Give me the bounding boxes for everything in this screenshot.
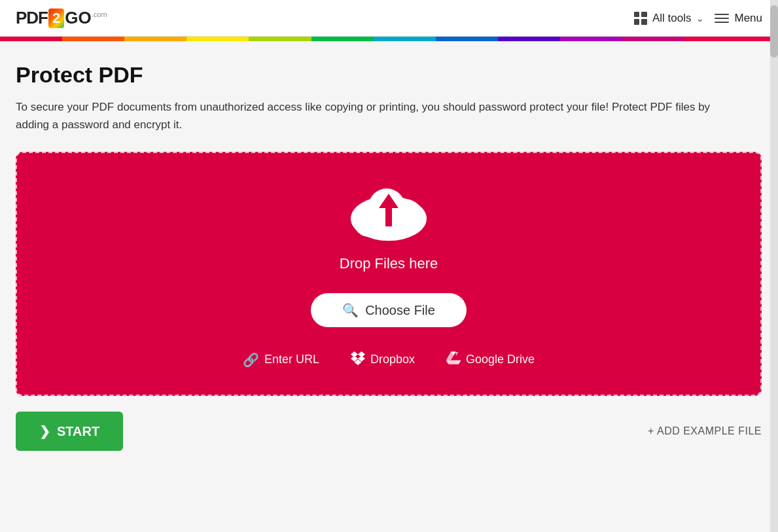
logo-pdf-text: PDF xyxy=(16,8,48,28)
search-icon: 🔍 xyxy=(342,302,359,318)
add-example-file-button[interactable]: + ADD EXAMPLE FILE xyxy=(648,425,762,437)
url-icon: 🔗 xyxy=(243,352,259,368)
hamburger-icon xyxy=(715,14,729,23)
dropbox-icon xyxy=(351,351,365,368)
start-label: START xyxy=(57,424,99,439)
choose-file-button[interactable]: 🔍 Choose File xyxy=(311,293,467,327)
nav-right: All tools ⌄ Menu xyxy=(634,12,762,25)
drop-files-text: Drop Files here xyxy=(340,255,438,272)
header: PDF 2 GO .com All tools ⌄ Menu xyxy=(0,0,778,37)
dropbox-label: Dropbox xyxy=(370,353,415,366)
grid-icon xyxy=(634,12,647,25)
add-example-label: + ADD EXAMPLE FILE xyxy=(648,425,762,437)
dropbox-button[interactable]: Dropbox xyxy=(351,351,415,368)
chevron-down-icon: ⌄ xyxy=(696,13,704,24)
cloud-upload-icon xyxy=(346,179,431,245)
google-drive-label: Google Drive xyxy=(466,353,535,366)
page-title: Protect PDF xyxy=(16,62,762,88)
page-description: To secure your PDF documents from unauth… xyxy=(16,98,735,133)
scrollbar-thumb[interactable] xyxy=(770,5,778,58)
start-button[interactable]: ❯ START xyxy=(16,412,123,451)
bottom-bar: ❯ START + ADD EXAMPLE FILE xyxy=(16,412,762,451)
google-drive-icon xyxy=(446,351,461,368)
logo: PDF 2 GO .com xyxy=(16,8,107,28)
upload-box[interactable]: Drop Files here 🔍 Choose File 🔗 Enter UR… xyxy=(16,152,762,396)
menu-button[interactable]: Menu xyxy=(715,12,762,25)
choose-file-label: Choose File xyxy=(365,303,435,318)
enter-url-button[interactable]: 🔗 Enter URL xyxy=(243,352,319,368)
google-drive-button[interactable]: Google Drive xyxy=(446,351,535,368)
all-tools-button[interactable]: All tools ⌄ xyxy=(634,12,705,25)
enter-url-label: Enter URL xyxy=(264,353,319,366)
scrollbar[interactable] xyxy=(770,0,778,532)
main-content: Protect PDF To secure your PDF documents… xyxy=(0,41,778,519)
logo-com-text: .com xyxy=(92,10,107,18)
logo-2-text: 2 xyxy=(48,9,64,28)
rainbow-bar xyxy=(0,37,778,41)
source-links: 🔗 Enter URL Dropbox xyxy=(243,351,535,368)
menu-label: Menu xyxy=(734,12,762,25)
logo-go-text: GO xyxy=(65,8,91,28)
chevron-right-icon: ❯ xyxy=(39,423,50,439)
all-tools-label: All tools xyxy=(652,12,692,25)
